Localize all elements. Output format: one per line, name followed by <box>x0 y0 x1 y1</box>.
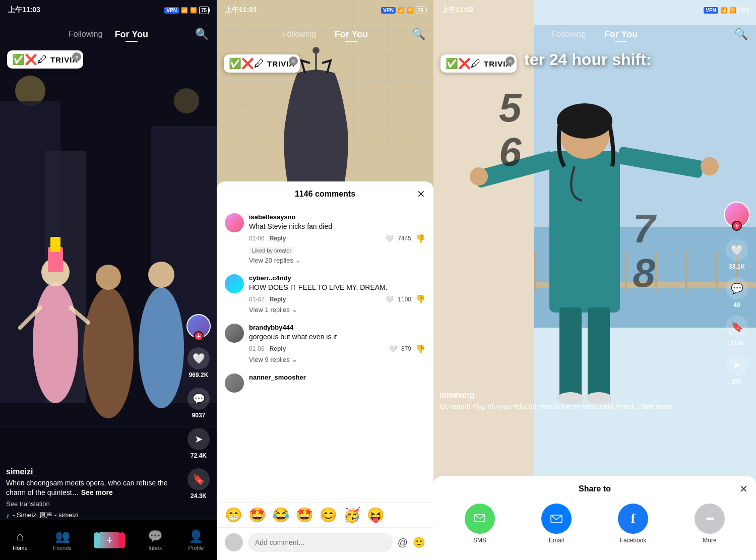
mid-status-icons: VPN 📶 🛜 75 <box>381 7 425 14</box>
facebook-icon: f <box>618 504 648 534</box>
svg-rect-10 <box>50 237 60 252</box>
mid-nav-foryou[interactable]: For You <box>329 25 374 44</box>
left-nav-foryou[interactable]: For You <box>109 25 154 44</box>
svg-rect-51 <box>588 307 610 398</box>
comment-reply-1[interactable]: Reply <box>270 235 286 242</box>
trivia-icons: ✅❌🖊 <box>12 53 47 66</box>
right-desc-text: Go team!! #fyp #foryou #doctor #medicine… <box>439 402 639 410</box>
chevron-down-icon-2: ⌄ <box>292 306 297 314</box>
emoji-button[interactable]: 🙂 <box>413 536 425 548</box>
right-save-button[interactable]: 🔖 2148 <box>726 316 748 347</box>
tab-profile[interactable]: 👤 Profile <box>188 529 204 551</box>
right-signal-icon: 📶 <box>720 7 727 14</box>
right-see-more[interactable]: See more <box>641 402 673 410</box>
left-see-translation[interactable]: See translation <box>6 500 186 508</box>
left-bottom-bar: ⌂ Home 👥 Friends + 💬 Inbox 👤 Profile <box>0 520 217 560</box>
tab-add[interactable]: + <box>97 532 122 548</box>
sms-label: SMS <box>473 537 486 544</box>
mid-status-bar: 上午11:01 VPN 📶 🛜 75 <box>217 0 433 20</box>
comments-close-button[interactable]: ✕ <box>417 188 425 200</box>
view-replies-3[interactable]: View 9 replies ⌄ <box>249 356 425 363</box>
mid-search-icon[interactable]: 🔍 <box>412 28 425 41</box>
emoji-smile[interactable]: 😊 <box>320 507 337 523</box>
at-button[interactable]: @ <box>398 537 408 548</box>
left-comment-button[interactable]: 💬 9037 <box>187 388 210 419</box>
comment-likes-count-1: 7445 <box>398 235 411 242</box>
left-side-actions: + 🤍 969.2K 💬 9037 ➤ 72.4K 🔖 24.3K <box>186 314 211 500</box>
tab-home-label: Home <box>13 545 27 551</box>
tab-home[interactable]: ⌂ Home <box>13 529 27 551</box>
right-shares-count: 290 <box>732 378 742 385</box>
svg-rect-50 <box>559 307 582 398</box>
right-like-icon: 🤍 <box>726 239 748 261</box>
comment-dislike-3[interactable]: 👎 <box>415 344 425 354</box>
right-nav-separator: · <box>594 30 596 39</box>
share-email-button[interactable]: Email <box>541 504 572 544</box>
left-search-icon[interactable]: 🔍 <box>195 28 209 41</box>
trivia-close-icon[interactable]: ✕ <box>72 52 81 61</box>
comment-reply-2[interactable]: Reply <box>270 296 286 303</box>
emoji-party[interactable]: 🥳 <box>343 507 361 523</box>
tab-inbox[interactable]: 💬 Inbox <box>148 529 163 551</box>
emoji-laugh[interactable]: 😂 <box>272 507 290 523</box>
right-overlay-text: ter 24 hour shift: <box>524 50 651 69</box>
comment-body-2: cyberr..c4ndy HOW DOES IT FEEL TO LIVE M… <box>249 274 425 314</box>
view-replies-2[interactable]: View 1 replies ⌄ <box>249 306 425 314</box>
mid-nav-following[interactable]: Following <box>276 26 323 43</box>
comment-reply-3[interactable]: Reply <box>270 345 286 352</box>
countdown-5: 5 <box>499 86 522 130</box>
comments-list[interactable]: isabellesaysno What Stevie nicks fan die… <box>217 207 433 502</box>
comments-title: 1146 comments <box>295 190 355 199</box>
right-avatar-button[interactable]: + <box>724 202 750 228</box>
mid-panel: 上午11:01 VPN 📶 🛜 75 Following · For You 🔍… <box>217 0 433 560</box>
emoji-grin[interactable]: 😁 <box>225 507 242 523</box>
left-avatar-plus[interactable]: + <box>194 331 204 341</box>
right-nav-bar: Following · For You 🔍 <box>433 20 756 48</box>
share-facebook-button[interactable]: f Facebook <box>618 504 648 544</box>
add-button[interactable]: + <box>97 532 122 548</box>
share-close-button[interactable]: ✕ <box>739 483 748 495</box>
comment-username-3: brandybby444 <box>249 324 425 331</box>
comment-dislike-1[interactable]: 👎 <box>415 234 425 243</box>
emoji-starstruck[interactable]: 🤩 <box>248 507 266 523</box>
right-trivia-close-icon[interactable]: ✕ <box>506 56 515 66</box>
comment-likes-count-3: 879 <box>401 345 411 352</box>
svg-point-11 <box>83 287 134 418</box>
view-replies-1[interactable]: View 20 replies ⌄ <box>249 257 425 264</box>
right-avatar-plus[interactable]: + <box>732 221 742 231</box>
left-share-button[interactable]: ➤ 72.4K <box>187 428 210 459</box>
facebook-label: Facebook <box>620 537 647 544</box>
right-comment-button[interactable]: 💬 49 <box>726 277 748 308</box>
view-replies-text-2: View 1 replies <box>249 306 290 314</box>
right-like-button[interactable]: 🤍 33.1K <box>726 239 748 270</box>
left-like-button[interactable]: 🤍 969.2K <box>187 347 210 379</box>
left-nav-following[interactable]: Following <box>62 26 109 43</box>
email-label: Email <box>549 537 564 544</box>
svg-point-7 <box>33 282 78 403</box>
share-more-button[interactable]: ••• More <box>695 504 725 544</box>
left-avatar-button[interactable]: + <box>186 314 211 338</box>
comment-input-field[interactable] <box>248 533 393 552</box>
right-trivia-icons: ✅❌🖊 <box>446 57 481 70</box>
comment-dislike-2[interactable]: 👎 <box>415 294 425 304</box>
mid-trivia-close-icon[interactable]: ✕ <box>289 56 298 66</box>
right-share-button[interactable]: ➤ 290 <box>726 354 748 385</box>
save-icon: 🔖 <box>187 468 210 490</box>
share-sms-button[interactable]: SMS <box>465 504 495 544</box>
comment-item-3: brandybby444 gorgeous but what even is i… <box>225 324 425 363</box>
right-search-icon[interactable]: 🔍 <box>734 28 748 41</box>
right-panel: 上午11:02 VPN 📶 🛜 76 Following · For You 🔍… <box>433 0 756 560</box>
vpn-badge: VPN <box>164 7 179 14</box>
right-nav-foryou[interactable]: For You <box>598 25 644 44</box>
comment-date-1: 01-06 <box>249 235 265 242</box>
svg-point-2 <box>174 88 199 113</box>
left-see-more[interactable]: See more <box>81 488 113 496</box>
emoji-tongue[interactable]: 😝 <box>367 507 385 523</box>
view-replies-text-3: View 9 replies <box>249 356 290 363</box>
comment-body-1: isabellesaysno What Stevie nicks fan die… <box>249 213 425 264</box>
right-status-icons: VPN 📶 🛜 76 <box>704 7 748 14</box>
emoji-starstruck2[interactable]: 🤩 <box>296 507 313 523</box>
left-save-button[interactable]: 🔖 24.3K <box>187 468 210 500</box>
right-nav-following[interactable]: Following <box>546 26 592 43</box>
tab-friends[interactable]: 👥 Friends <box>53 529 72 551</box>
